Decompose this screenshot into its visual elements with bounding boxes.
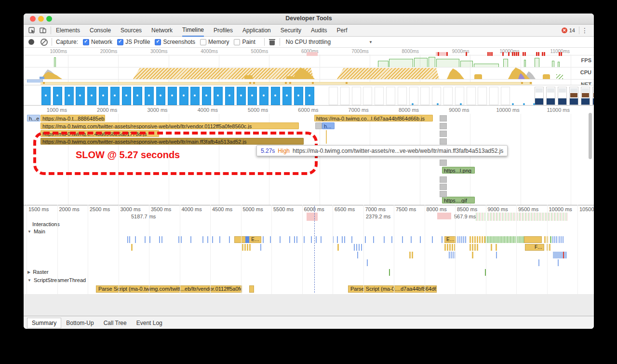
flame-event[interactable] xyxy=(496,252,497,258)
filmstrip-thumbnail[interactable] xyxy=(398,87,407,105)
device-toolbar-icon[interactable] xyxy=(40,27,47,34)
devtools-menu-icon[interactable]: ⋮ xyxy=(579,27,590,34)
flame-event[interactable] xyxy=(556,236,557,243)
details-tab-bottom-up[interactable]: Bottom-Up xyxy=(66,320,94,326)
flame-event[interactable] xyxy=(296,236,297,243)
tab-security[interactable]: Security xyxy=(281,25,301,36)
flame-event[interactable] xyxy=(496,244,497,251)
parse-script-bar[interactable] xyxy=(249,285,254,293)
filmstrip-thumbnail[interactable] xyxy=(455,87,464,105)
capture-option-paint[interactable]: Paint xyxy=(234,39,255,45)
filmstrip-thumbnail[interactable] xyxy=(535,87,544,105)
flame-event[interactable] xyxy=(247,244,248,251)
flame-event[interactable] xyxy=(294,236,295,243)
flame-event[interactable] xyxy=(337,236,338,243)
tab-timeline[interactable]: Timeline xyxy=(182,25,204,37)
filmstrip-thumbnail[interactable] xyxy=(501,87,510,105)
flame-event[interactable] xyxy=(159,236,160,243)
network-request-bar[interactable] xyxy=(315,122,322,129)
flame-event[interactable] xyxy=(361,244,362,251)
checkbox-checked[interactable] xyxy=(83,39,89,45)
flame-event[interactable] xyxy=(449,244,451,251)
flame-event[interactable] xyxy=(451,252,452,258)
flame-event[interactable] xyxy=(321,236,322,243)
flame-event[interactable] xyxy=(161,236,162,243)
filmstrip-thumbnail[interactable] xyxy=(237,87,246,105)
network-request-block[interactable] xyxy=(440,160,447,166)
flame-event[interactable] xyxy=(479,236,481,243)
flame-event[interactable] xyxy=(449,252,450,258)
flame-event[interactable] xyxy=(229,236,230,243)
filmstrip-thumbnail[interactable] xyxy=(225,87,234,105)
flame-event[interactable] xyxy=(357,252,358,258)
filmstrip-thumbnail[interactable] xyxy=(133,87,142,105)
flame-event[interactable] xyxy=(563,236,563,243)
filmstrip-thumbnail[interactable] xyxy=(271,87,280,105)
filmstrip-thumbnail[interactable] xyxy=(99,87,108,105)
network-request-bar[interactable]: https://ma-0.twimg.co...l.6d7aa44bf864d6… xyxy=(314,115,433,121)
network-request-bar[interactable]: https://ma-0.twimg.com/twitter-assets/re… xyxy=(40,122,299,129)
filmstrip-thumbnail[interactable] xyxy=(569,87,578,105)
filmstrip-thumbnail[interactable] xyxy=(259,87,268,105)
network-request-bar[interactable]: https...l.png xyxy=(442,167,475,174)
flame-event[interactable] xyxy=(472,252,473,258)
flame-event-block[interactable]: E… xyxy=(444,236,456,243)
flame-event[interactable] xyxy=(311,236,312,243)
flame-event[interactable] xyxy=(351,236,352,243)
vertical-scrollbar[interactable] xyxy=(589,113,592,159)
filmstrip-thumbnail[interactable] xyxy=(305,87,314,105)
flame-event[interactable] xyxy=(550,236,551,243)
tab-console[interactable]: Console xyxy=(90,25,111,36)
flame-event[interactable] xyxy=(391,236,392,243)
flame-event[interactable] xyxy=(452,244,453,251)
flame-event[interactable] xyxy=(245,236,249,243)
flame-event[interactable] xyxy=(190,236,191,243)
filmstrip-thumbnail[interactable] xyxy=(352,87,361,105)
flame-event[interactable] xyxy=(342,236,343,243)
flame-event[interactable] xyxy=(447,244,448,251)
network-request-block[interactable] xyxy=(440,138,447,145)
flame-event[interactable] xyxy=(409,252,411,258)
flame-event[interactable] xyxy=(384,236,385,243)
network-request-block[interactable] xyxy=(440,115,447,121)
timeline-overview[interactable]: 1000ms2000ms3000ms4000ms5000ms6000ms7000… xyxy=(24,48,594,85)
filmstrip-thumbnail[interactable] xyxy=(110,87,120,105)
flame-event[interactable] xyxy=(207,236,208,243)
flame-event-block[interactable]: F… xyxy=(525,244,544,251)
raster-header[interactable]: ▶ Raster xyxy=(27,269,49,275)
network-request-bar[interactable]: https....gif xyxy=(442,197,475,203)
filmstrip-thumbnail[interactable] xyxy=(65,87,74,105)
filmstrip-thumbnail[interactable] xyxy=(478,87,487,105)
filmstrip-thumbnail[interactable] xyxy=(443,87,453,105)
tab-sources[interactable]: Sources xyxy=(121,25,142,36)
flame-event[interactable] xyxy=(552,236,553,243)
checkbox-unchecked[interactable] xyxy=(234,39,240,45)
flame-event[interactable] xyxy=(477,236,478,243)
flame-event[interactable] xyxy=(472,244,473,251)
filmstrip-thumbnail[interactable] xyxy=(363,87,372,105)
flame-event[interactable] xyxy=(444,244,446,251)
checkbox-unchecked[interactable] xyxy=(200,39,206,45)
flame-event[interactable] xyxy=(461,236,462,243)
flame-event[interactable] xyxy=(469,236,471,243)
flame-event[interactable] xyxy=(554,236,555,243)
tab-profiles[interactable]: Profiles xyxy=(214,25,233,36)
flame-event[interactable] xyxy=(289,236,290,243)
filmstrip-thumbnail[interactable] xyxy=(375,87,384,105)
filmstrip-thumbnail[interactable] xyxy=(202,87,211,105)
filmstrip-thumbnail[interactable] xyxy=(558,87,567,105)
network-request-bar[interactable]: h...e xyxy=(27,115,40,121)
flame-event[interactable] xyxy=(219,236,220,243)
tab-elements[interactable]: Elements xyxy=(56,25,80,36)
parse-script-bar[interactable]: Parse Script (ma-0.twimg.com/twitt...eb/… xyxy=(96,285,242,293)
flame-event[interactable] xyxy=(482,236,483,243)
parse-script-bar[interactable]: Parse Script (ma-0....d7aa44bf864d66b.js… xyxy=(348,285,437,293)
filmstrip-thumbnail[interactable] xyxy=(581,87,590,105)
flame-event[interactable] xyxy=(491,244,492,251)
capture-option-network[interactable]: Network xyxy=(83,39,112,45)
flame-event[interactable] xyxy=(260,244,261,251)
flame-event[interactable] xyxy=(145,236,146,243)
filmstrip-thumbnail[interactable] xyxy=(41,87,51,105)
filmstrip-thumbnail[interactable] xyxy=(432,87,441,105)
flame-event[interactable] xyxy=(558,259,559,266)
